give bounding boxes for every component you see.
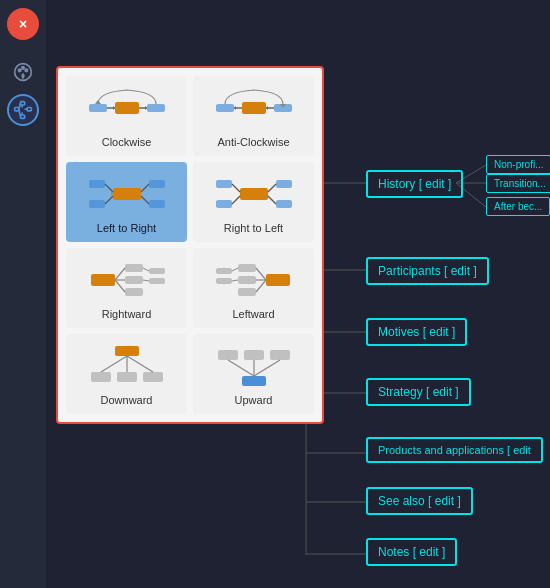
svg-rect-49 — [125, 264, 143, 272]
downward-icon — [87, 344, 167, 388]
svg-line-58 — [143, 280, 149, 281]
left-to-right-label: Left to Right — [97, 222, 156, 234]
svg-line-46 — [268, 184, 276, 192]
svg-rect-30 — [89, 180, 105, 188]
svg-rect-51 — [125, 288, 143, 296]
svg-rect-53 — [149, 278, 165, 284]
anti-clockwise-label: Anti-Clockwise — [217, 136, 289, 148]
right-to-left-label: Right to Left — [224, 222, 283, 234]
svg-line-44 — [232, 184, 240, 192]
transition-node[interactable]: Transition... — [486, 174, 550, 193]
downward-label: Downward — [101, 394, 153, 406]
svg-marker-27 — [266, 106, 268, 110]
svg-rect-52 — [149, 268, 165, 274]
rightward-icon — [87, 258, 167, 302]
rightward-label: Rightward — [102, 308, 152, 320]
svg-rect-21 — [242, 102, 266, 114]
upward-icon — [214, 344, 294, 388]
svg-rect-6 — [21, 115, 25, 118]
svg-rect-42 — [276, 180, 292, 188]
svg-rect-50 — [125, 276, 143, 284]
svg-line-69 — [232, 280, 238, 281]
layout-item-right-to-left[interactable]: Right to Left — [193, 162, 314, 242]
svg-line-8 — [19, 103, 21, 109]
svg-point-2 — [22, 67, 25, 70]
right-to-left-icon — [214, 172, 294, 216]
svg-line-9 — [19, 109, 21, 117]
svg-rect-62 — [238, 288, 256, 296]
layout-item-clockwise[interactable]: Clockwise — [66, 76, 187, 156]
svg-marker-20 — [95, 100, 101, 104]
svg-rect-4 — [15, 108, 19, 111]
strategy-node[interactable]: Strategy [ edit ] — [366, 378, 471, 406]
history-node[interactable]: History [ edit ] — [366, 170, 463, 198]
svg-line-83 — [254, 360, 280, 376]
svg-rect-63 — [216, 268, 232, 274]
svg-line-54 — [115, 268, 125, 280]
close-button[interactable]: × — [7, 8, 39, 40]
svg-rect-43 — [276, 200, 292, 208]
svg-line-76 — [127, 356, 153, 372]
svg-rect-77 — [242, 376, 266, 386]
svg-rect-61 — [238, 276, 256, 284]
layout-item-leftward[interactable]: Leftward — [193, 248, 314, 328]
svg-rect-78 — [218, 350, 238, 360]
svg-rect-31 — [89, 200, 105, 208]
svg-line-57 — [143, 268, 149, 271]
svg-rect-60 — [238, 264, 256, 272]
notes-node[interactable]: Notes [ edit ] — [366, 538, 457, 566]
svg-rect-59 — [266, 274, 290, 286]
svg-rect-71 — [91, 372, 111, 382]
svg-line-81 — [228, 360, 254, 376]
svg-marker-19 — [145, 106, 147, 110]
svg-rect-73 — [143, 372, 163, 382]
anti-clockwise-icon — [214, 86, 294, 130]
layout-item-left-to-right[interactable]: Left to Right — [66, 162, 187, 242]
svg-rect-39 — [240, 188, 268, 200]
svg-line-45 — [232, 196, 240, 204]
layout-item-downward[interactable]: Downward — [66, 334, 187, 414]
svg-rect-14 — [89, 104, 107, 112]
palette-icon — [13, 62, 33, 82]
palette-button[interactable] — [7, 56, 39, 88]
svg-rect-80 — [270, 350, 290, 360]
svg-point-3 — [25, 69, 28, 72]
participants-node[interactable]: Participants [ edit ] — [366, 257, 489, 285]
upward-label: Upward — [235, 394, 273, 406]
see-also-node[interactable]: See also [ edit ] — [366, 487, 473, 515]
svg-rect-22 — [216, 104, 234, 112]
svg-rect-41 — [216, 200, 232, 208]
svg-rect-48 — [91, 274, 115, 286]
after-bec-node[interactable]: After bec... — [486, 197, 550, 216]
layout-item-anti-clockwise[interactable]: Anti-Clockwise — [193, 76, 314, 156]
svg-line-68 — [232, 268, 238, 271]
leftward-label: Leftward — [232, 308, 274, 320]
layout-item-rightward[interactable]: Rightward — [66, 248, 187, 328]
svg-rect-70 — [115, 346, 139, 356]
left-to-right-icon — [87, 172, 167, 216]
svg-line-74 — [101, 356, 127, 372]
svg-rect-33 — [149, 200, 165, 208]
svg-rect-72 — [117, 372, 137, 382]
svg-marker-25 — [234, 106, 236, 110]
svg-line-36 — [141, 184, 149, 192]
svg-rect-13 — [115, 102, 139, 114]
svg-rect-40 — [216, 180, 232, 188]
layout-panel: Clockwise Anti-Clockwise — [56, 66, 324, 424]
svg-line-56 — [115, 280, 125, 292]
network-icon — [13, 100, 33, 120]
svg-rect-64 — [216, 278, 232, 284]
products-node[interactable]: Products and applications [ edit — [366, 437, 543, 463]
clockwise-icon — [87, 86, 167, 130]
motives-node[interactable]: Motives [ edit ] — [366, 318, 467, 346]
svg-line-47 — [268, 196, 276, 204]
svg-point-1 — [18, 69, 21, 72]
non-profit-node[interactable]: Non-profi... — [486, 155, 550, 174]
network-button[interactable] — [7, 94, 39, 126]
layout-item-upward[interactable]: Upward — [193, 334, 314, 414]
svg-rect-15 — [147, 104, 165, 112]
svg-rect-79 — [244, 350, 264, 360]
svg-line-35 — [105, 196, 113, 204]
clockwise-label: Clockwise — [102, 136, 152, 148]
svg-line-65 — [256, 268, 266, 280]
